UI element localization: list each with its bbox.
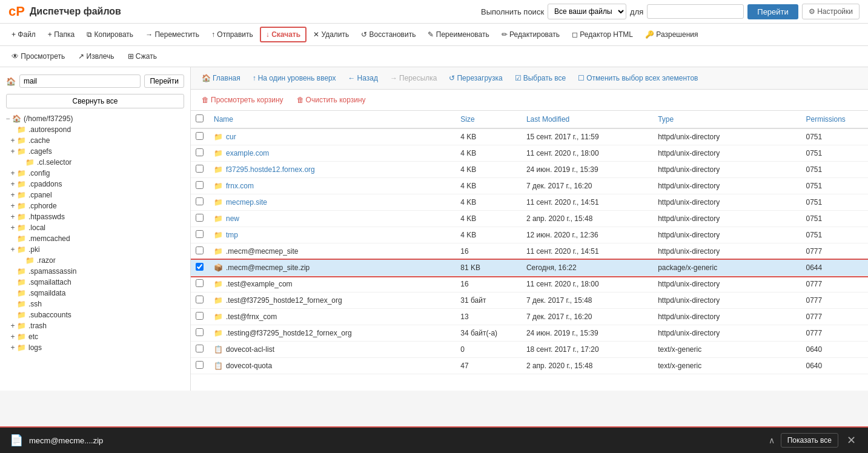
- permissions-button[interactable]: 🔑 Разрешения: [640, 27, 703, 42]
- row-checkbox[interactable]: [196, 279, 204, 287]
- clear-basket-button[interactable]: 🗑 Очистить корзину: [292, 93, 371, 107]
- html-editor-button[interactable]: ◻ Редактор HTML: [566, 27, 638, 42]
- row-checkbox[interactable]: [196, 230, 204, 238]
- tree-item-root[interactable]: − 🏠 (/home/f37295): [0, 113, 190, 124]
- row-checkbox[interactable]: [196, 165, 204, 173]
- table-row[interactable]: 📁mecmep.site4 KB11 сент. 2020 г., 14:51h…: [191, 194, 868, 211]
- back-icon: ←: [348, 74, 356, 82]
- search-select[interactable]: Все ваши файлы: [548, 4, 626, 19]
- tree-item-cagefs[interactable]: + 📁 .cagefs: [8, 146, 190, 157]
- tree-item-cache[interactable]: + 📁 .cache: [8, 135, 190, 146]
- settings-button[interactable]: ⚙ Настройки: [802, 4, 860, 19]
- row-checkbox[interactable]: [196, 345, 204, 352]
- tree-item-htpasswds[interactable]: + 📁 .htpasswds: [8, 211, 190, 222]
- rename-button[interactable]: ✎ Переименовать: [422, 27, 494, 42]
- table-row[interactable]: 📋dovecot-quota472 апр. 2020 г., 15:48tex…: [191, 358, 868, 374]
- table-row[interactable]: 📁.test@frnx_com137 дек. 2017 г., 16:20ht…: [191, 309, 868, 325]
- download-button[interactable]: ↓ Скачать: [260, 27, 306, 42]
- back-nav-button[interactable]: ← Назад: [343, 71, 383, 85]
- folder-icon-sqmaildata: 📁: [17, 289, 26, 297]
- row-checkbox[interactable]: [196, 214, 204, 222]
- table-row[interactable]: 📁.test@f37295_hostde12_fornex_org31 байт…: [191, 293, 868, 309]
- file-type: httpd/unix-directory: [653, 211, 801, 227]
- select-all-checkbox[interactable]: [196, 114, 204, 122]
- row-checkbox[interactable]: [196, 361, 204, 369]
- view-button[interactable]: 👁 Просмотреть: [6, 49, 70, 64]
- table-row[interactable]: 📁cur4 KB15 сент. 2017 г., 11:59httpd/uni…: [191, 128, 868, 145]
- table-row[interactable]: 📁f37295.hostde12.fornex.org4 KB24 июн. 2…: [191, 162, 868, 178]
- tree-item-subaccounts[interactable]: 📁 .subaccounts: [8, 309, 190, 320]
- delete-button[interactable]: ✕ Удалить: [308, 27, 354, 42]
- tree-item-cl-selector[interactable]: 📁 .cl.selector: [17, 157, 190, 168]
- table-row[interactable]: 📋dovecot-acl-list018 сент. 2017 г., 17:2…: [191, 342, 868, 358]
- tree-item-sqmailattach[interactable]: 📁 .sqmailattach: [8, 277, 190, 288]
- folder-icon-logs: 📁: [17, 343, 26, 352]
- table-row[interactable]: 📁example.com4 KB11 сент. 2020 г., 18:00h…: [191, 145, 868, 162]
- up-nav-button[interactable]: ↑ На один уровень вверх: [248, 71, 341, 85]
- reload-nav-button[interactable]: ↺ Перезагрузка: [444, 71, 507, 85]
- row-checkbox[interactable]: [196, 296, 204, 303]
- row-checkbox[interactable]: [196, 312, 204, 320]
- collapse-all-button[interactable]: Свернуть все: [6, 94, 184, 108]
- view-basket-button[interactable]: 🗑 Просмотреть корзину: [197, 93, 288, 107]
- select-all-button[interactable]: ☑ Выбрать все: [510, 71, 571, 85]
- go-button[interactable]: Перейти: [747, 4, 798, 19]
- tree-item-cpaddons[interactable]: + 📁 .cpaddons: [8, 179, 190, 190]
- table-row[interactable]: 📁.testing@f37295_hostde12_fornex_org34 б…: [191, 325, 868, 342]
- move-button[interactable]: → Переместить: [140, 27, 205, 42]
- tree-item-trash[interactable]: + 📁 .trash: [8, 320, 190, 331]
- tree-item-spamassassin[interactable]: 📁 .spamassassin: [8, 266, 190, 277]
- file-modified: 7 дек. 2017 г., 15:48: [522, 293, 653, 309]
- path-input[interactable]: [19, 74, 141, 88]
- tree-item-razor[interactable]: 📁 .razor: [17, 255, 190, 266]
- table-row[interactable]: 📁.mecm@mecmep_site1611 сент. 2020 г., 14…: [191, 243, 868, 260]
- tree-label-sqmaildata: .sqmaildata: [28, 289, 65, 297]
- navigate-button[interactable]: Перейти: [144, 74, 184, 88]
- extract-button[interactable]: ↗ Извлечь: [73, 49, 119, 64]
- th-permissions[interactable]: Permissions: [801, 111, 869, 128]
- home-nav-button[interactable]: 🏠 Главная: [197, 71, 245, 85]
- row-checkbox[interactable]: [196, 132, 204, 140]
- edit-button[interactable]: ✏ Редактировать: [496, 27, 565, 42]
- th-size[interactable]: Size: [456, 111, 522, 128]
- th-last-modified[interactable]: Last Modified: [522, 111, 653, 128]
- tree-item-cpanel[interactable]: + 📁 .cpanel: [8, 190, 190, 200]
- th-name[interactable]: Name: [209, 111, 456, 128]
- file-type-icon: 📁: [214, 329, 223, 337]
- tree-item-ssh[interactable]: 📁 .ssh: [8, 299, 190, 309]
- compress-button[interactable]: ⊞ Сжать: [122, 49, 162, 64]
- upload-button[interactable]: ↑ Отправить: [206, 27, 259, 42]
- table-row[interactable]: 📦.mecm@mecmep_site.zip81 KBСегодня, 16:2…: [191, 260, 868, 276]
- row-checkbox[interactable]: [196, 197, 204, 205]
- th-type[interactable]: Type: [653, 111, 801, 128]
- copy-button[interactable]: ⧉ Копировать: [81, 27, 139, 42]
- row-checkbox[interactable]: [196, 148, 204, 156]
- table-row[interactable]: 📁.test@example_com1611 сент. 2020 г., 18…: [191, 276, 868, 293]
- row-checkbox[interactable]: [196, 263, 204, 271]
- tree-item-config[interactable]: + 📁 .config: [8, 168, 190, 179]
- tree-item-cphorde[interactable]: + 📁 .cphorde: [8, 200, 190, 211]
- file-modified: 24 июн. 2019 г., 15:39: [522, 325, 653, 342]
- table-row[interactable]: 📁frnx.com4 KB7 дек. 2017 г., 16:20httpd/…: [191, 178, 868, 194]
- tree-item-local[interactable]: + 📁 .local: [8, 222, 190, 233]
- deselect-all-button[interactable]: ☐ Отменить выбор всех элементов: [573, 71, 703, 85]
- row-checkbox[interactable]: [196, 181, 204, 189]
- tree-item-logs[interactable]: + 📁 logs: [8, 342, 190, 353]
- tree-item-sqmaildata[interactable]: 📁 .sqmaildata: [8, 288, 190, 299]
- tree-item-memcached[interactable]: 📁 .memcached: [8, 233, 190, 244]
- table-row[interactable]: 📁tmp4 KB12 июн. 2020 г., 12:36httpd/unix…: [191, 227, 868, 243]
- tree-item-autorespond[interactable]: 📁 .autorespond: [8, 124, 190, 135]
- new-folder-button[interactable]: + Папка: [42, 27, 80, 42]
- file-type-icon: 📁: [214, 312, 223, 321]
- row-checkbox[interactable]: [196, 328, 204, 336]
- search-input[interactable]: [647, 4, 744, 19]
- new-file-button[interactable]: + Файл: [6, 27, 41, 42]
- tree-item-etc[interactable]: + 📁 etc: [8, 331, 190, 342]
- forward-nav-button[interactable]: → Пересылка: [385, 71, 442, 85]
- table-row[interactable]: 📁new4 KB2 апр. 2020 г., 15:48httpd/unix-…: [191, 211, 868, 227]
- file-permissions: 0644: [801, 260, 869, 276]
- file-size: 4 KB: [456, 145, 522, 162]
- restore-button[interactable]: ↺ Восстановить: [356, 27, 421, 42]
- tree-item-pki[interactable]: + 📁 .pki: [8, 244, 190, 255]
- row-checkbox[interactable]: [196, 246, 204, 254]
